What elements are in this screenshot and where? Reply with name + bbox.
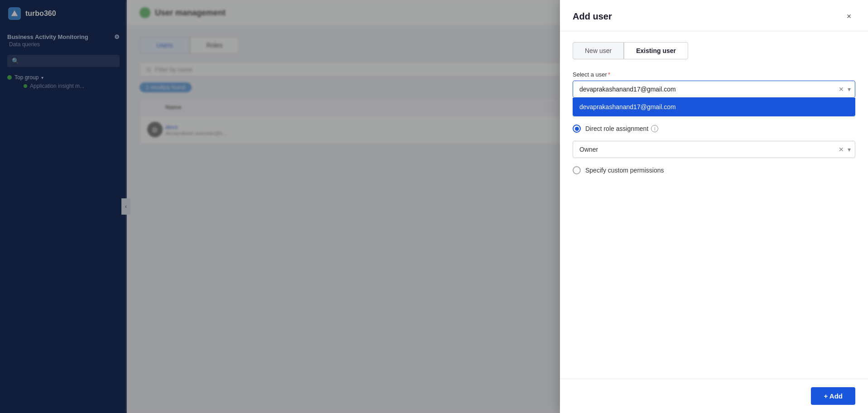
radio-direct-assignment: Direct role assignment i	[573, 125, 855, 133]
radio-direct-label: Direct role assignment i	[585, 125, 658, 132]
owner-select-input[interactable]	[573, 141, 855, 158]
owner-clear-icon[interactable]: ✕	[839, 146, 844, 153]
tab-existing-user[interactable]: Existing user	[624, 42, 688, 59]
tab-new-user[interactable]: New user	[573, 42, 624, 59]
app-background: turbo360 Business Activity Monitoring ⚙ …	[0, 0, 868, 413]
user-select-input[interactable]	[573, 81, 855, 98]
dropdown-item-email[interactable]: devaprakashanand17@gmail.com	[573, 98, 855, 116]
radio-custom-permissions: Specify custom permissions	[573, 166, 855, 174]
radio-group: Direct role assignment i	[573, 125, 855, 133]
modal-header: Add user ×	[560, 0, 868, 31]
user-dropdown-list: devaprakashanand17@gmail.com	[573, 98, 855, 116]
modal-title: Add user	[573, 11, 612, 22]
user-select-wrapper: ✕ ▾	[573, 81, 855, 98]
modal-tabs: New user Existing user	[573, 42, 855, 59]
info-icon[interactable]: i	[651, 125, 658, 132]
modal-close-button[interactable]: ×	[843, 10, 855, 23]
chevron-down-icon[interactable]: ▾	[848, 86, 851, 93]
owner-chevron-down-icon[interactable]: ▾	[848, 146, 851, 153]
select-clear-icon[interactable]: ✕	[839, 86, 844, 93]
owner-select-icons: ✕ ▾	[839, 146, 851, 153]
modal-footer: + Add	[560, 379, 868, 413]
add-user-modal: Add user × New user Existing user Select…	[560, 0, 868, 413]
required-indicator: *	[608, 71, 610, 78]
select-user-label: Select a user*	[573, 71, 855, 78]
select-icons: ✕ ▾	[839, 86, 851, 93]
owner-select-wrapper: ✕ ▾	[573, 141, 855, 158]
radio-direct-btn[interactable]	[573, 125, 581, 133]
add-button[interactable]: + Add	[811, 387, 855, 405]
radio-custom-btn[interactable]	[573, 166, 581, 174]
modal-body: New user Existing user Select a user* ✕ …	[560, 31, 868, 379]
radio-custom-label: Specify custom permissions	[585, 167, 664, 174]
